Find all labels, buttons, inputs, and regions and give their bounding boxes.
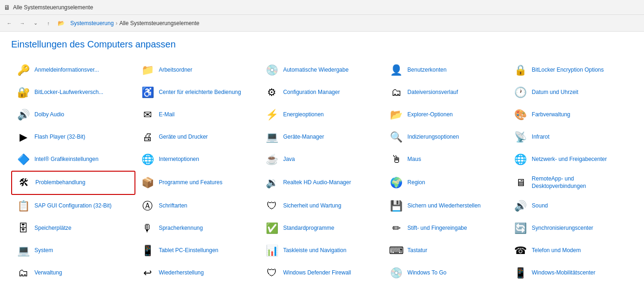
item-label: BitLocker Encryption Options <box>532 67 604 74</box>
list-item[interactable]: 📊 Taskleiste und Navigation <box>260 240 384 262</box>
list-item[interactable]: 📋 SAP GUI Configuration (32-Bit) <box>11 195 135 217</box>
item-icon-explorer: 📂 <box>389 107 404 122</box>
list-item[interactable]: 💿 Windows To Go <box>384 262 509 284</box>
list-item[interactable]: 🔒 BitLocker Encryption Options <box>509 59 633 81</box>
list-item[interactable]: ☕ Java <box>260 148 384 171</box>
list-item[interactable]: 🛠 Problembehandlung <box>11 171 135 195</box>
list-item[interactable]: 🖱 Maus <box>384 148 509 171</box>
item-label: BitLocker-Laufwerkversch... <box>34 89 103 96</box>
list-item[interactable]: 🔉 Realtek HD Audio-Manager <box>260 171 384 195</box>
list-item[interactable]: ☎ Telefon und Modem <box>509 240 633 262</box>
list-item[interactable]: ▶ Flash Player (32-Bit) <box>11 126 135 148</box>
item-label: Flash Player (32-Bit) <box>34 134 85 141</box>
item-label: Windows-Mobilitätscenter <box>532 269 596 277</box>
item-label: Explorer-Optionen <box>408 111 453 119</box>
list-item[interactable]: 🔄 Synchronisierungscenter <box>509 217 633 240</box>
item-icon-admin: 🗂 <box>16 266 31 281</box>
list-item[interactable]: 🗄 Speicherplätze <box>11 217 135 240</box>
list-item[interactable]: 🖨 Geräte und Drucker <box>135 126 260 148</box>
list-item[interactable]: 🔐 BitLocker-Laufwerkversch... <box>11 81 135 104</box>
item-icon-monitor2: 💻 <box>264 130 279 145</box>
item-icon-winmob: 📱 <box>513 266 528 281</box>
item-icon-network: 🌐 <box>513 152 528 167</box>
list-item[interactable]: 💿 Automatische Wiedergabe <box>260 59 384 81</box>
item-label: Telefon und Modem <box>532 247 581 254</box>
item-icon-dolby: 🔊 <box>16 107 31 122</box>
titlebar-icon: 🖥 <box>4 4 10 11</box>
list-item[interactable]: 🎨 Farbverwaltung <box>509 104 633 126</box>
item-label: Intel® Grafikeinstellungen <box>34 156 99 163</box>
item-label: Sichern und Wiederherstellen <box>408 202 481 210</box>
item-icon-java: ☕ <box>264 152 279 167</box>
item-icon-font: Ⓐ <box>140 199 155 214</box>
list-item[interactable]: 🗂 Verwaltung <box>11 262 135 284</box>
breadcrumb-systemsteuerung[interactable]: Systemsteuerung <box>70 20 114 27</box>
item-icon-system: 💻 <box>16 243 31 258</box>
item-icon-trouble: 🛠 <box>17 175 32 190</box>
down-button[interactable]: ⌄ <box>30 18 41 29</box>
item-label: Java <box>283 156 295 163</box>
list-item[interactable]: 🔑 Anmeldeinformationsver... <box>11 59 135 81</box>
list-item[interactable]: 🔍 Indizierungsoptionen <box>384 126 509 148</box>
list-item[interactable]: 🛡 Windows Defender Firewall <box>260 262 384 284</box>
item-label: Indizierungsoptionen <box>408 134 459 141</box>
item-icon-search: 🔍 <box>389 130 404 145</box>
item-label: RemoteApp- und Desktopverbindungen <box>532 175 628 190</box>
list-item[interactable]: 🗂 Dateiversionsverlauf <box>384 81 509 104</box>
item-label: System <box>34 247 53 254</box>
item-label: Verwaltung <box>34 269 62 277</box>
list-item[interactable]: 📱 Windows-Mobilitätscenter <box>509 262 633 284</box>
item-label: Anmeldeinformationsver... <box>34 67 99 74</box>
list-item[interactable]: ⌨ Tastatur <box>384 240 509 262</box>
item-label: Internetoptionen <box>159 156 199 163</box>
list-item[interactable]: 📂 Explorer-Optionen <box>384 104 509 126</box>
item-label: Stift- und Fingereingabe <box>408 225 467 232</box>
forward-button[interactable]: → <box>17 18 28 29</box>
item-icon-key: 🔑 <box>16 63 31 78</box>
back-button[interactable]: ← <box>4 18 15 29</box>
list-item[interactable]: 🌍 Region <box>384 171 509 195</box>
item-icon-mouse: 🖱 <box>389 152 404 167</box>
item-icon-email: ✉ <box>140 107 155 122</box>
item-label: Sicherheit und Wartung <box>283 202 341 210</box>
list-item[interactable]: ✏ Stift- und Fingereingabe <box>384 217 509 240</box>
item-icon-folder: 📁 <box>140 63 155 78</box>
item-label: Configuration Manager <box>283 89 340 96</box>
list-item[interactable]: 📱 Tablet PC-Einstellungen <box>135 240 260 262</box>
list-item[interactable]: Ⓐ Schriftarten <box>135 195 260 217</box>
list-item[interactable]: 🌐 Netzwerk- und Freigabecenter <box>509 148 633 171</box>
item-icon-globe: 🌐 <box>140 152 155 167</box>
item-label: Windows Defender Firewall <box>283 269 351 277</box>
list-item[interactable]: ✉ E-Mail <box>135 104 260 126</box>
item-icon-realtek: 🔉 <box>264 175 279 190</box>
list-item[interactable]: ✅ Standardprogramme <box>260 217 384 240</box>
list-item[interactable]: 💾 Sichern und Wiederherstellen <box>384 195 509 217</box>
list-item[interactable]: 🕐 Datum und Uhrzeit <box>509 81 633 104</box>
list-item[interactable]: 🔷 Intel® Grafikeinstellungen <box>11 148 135 171</box>
list-item[interactable]: 📁 Arbeitsordner <box>135 59 260 81</box>
list-item[interactable]: 🔊 Dolby Audio <box>11 104 135 126</box>
list-item[interactable]: 👤 Benutzerkonten <box>384 59 509 81</box>
list-item[interactable]: 🖥 RemoteApp- und Desktopverbindungen <box>509 171 633 195</box>
up-button[interactable]: ↑ <box>43 18 54 29</box>
list-item[interactable]: ⚡ Energieoptionen <box>260 104 384 126</box>
list-item[interactable]: ↩ Wiederherstellung <box>135 262 260 284</box>
item-label: Speicherplätze <box>34 225 71 232</box>
list-item[interactable]: 🌐 Internetoptionen <box>135 148 260 171</box>
list-item[interactable]: 🛡 Sicherheit und Wartung <box>260 195 384 217</box>
list-item[interactable]: 🔊 Sound <box>509 195 633 217</box>
list-item[interactable]: ♿ Center für erleichterte Bedienung <box>135 81 260 104</box>
item-label: Synchronisierungscenter <box>532 225 593 232</box>
item-icon-mic: 🎙 <box>140 221 155 236</box>
list-item[interactable]: 🎙 Spracherkennung <box>135 217 260 240</box>
item-label: Dolby Audio <box>34 111 64 119</box>
list-item[interactable]: 📦 Programme und Features <box>135 171 260 195</box>
item-label: Geräte-Manager <box>283 134 324 141</box>
item-icon-folder2: 🗂 <box>389 85 404 100</box>
item-icon-clock: 🕐 <box>513 85 528 100</box>
list-item[interactable]: 📡 Infrarot <box>509 126 633 148</box>
list-item[interactable]: 💻 Geräte-Manager <box>260 126 384 148</box>
item-icon-tablet: 📱 <box>140 243 155 258</box>
list-item[interactable]: ⚙ Configuration Manager <box>260 81 384 104</box>
list-item[interactable]: 💻 System <box>11 240 135 262</box>
